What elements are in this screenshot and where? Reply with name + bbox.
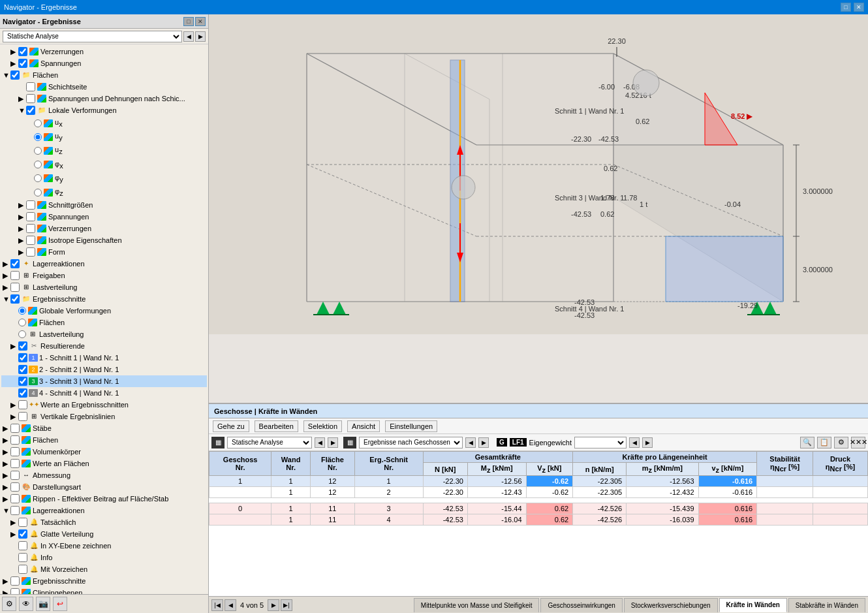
arrow-resultierende[interactable]: ▶	[10, 341, 18, 351]
check-schnitt1[interactable]	[18, 353, 27, 362]
tree-item-ergebnisschnitte2[interactable]: ▶ Ergebnisschnitte	[1, 575, 207, 587]
check-lokale-verf[interactable]	[26, 106, 35, 115]
check-schichtseite[interactable]	[26, 82, 35, 91]
tree-item-resultierende[interactable]: ▶ ✂ Resultierende	[1, 340, 207, 352]
tree-item-clippingebenen[interactable]: ▶ Clippingebenen	[1, 587, 207, 594]
check-schnitt3[interactable]	[18, 377, 27, 386]
tree-item-rippen[interactable]: ▶ Rippen - Effektiver Beitrag auf Fläche…	[1, 493, 207, 505]
filter-icon-btn3[interactable]: ⚙	[834, 437, 848, 448]
check-mit-vorzeichen[interactable]	[18, 565, 27, 574]
bottom-btn-settings[interactable]: ⚙	[2, 597, 16, 611]
arrow-lastverteilung[interactable]: ▶	[3, 282, 10, 292]
analysis-dropdown[interactable]: Statische Analyse	[3, 31, 182, 42]
panel-resize-button[interactable]: □	[183, 17, 194, 26]
check-freigaben[interactable]	[10, 271, 20, 280]
arrow-werte-an[interactable]: ▶	[10, 400, 18, 410]
arrow-tatsachlich[interactable]: ▶	[10, 517, 18, 527]
tree-item-phiy[interactable]: φy	[1, 172, 207, 185]
check-werte-an[interactable]	[18, 400, 27, 409]
tree-item-uz[interactable]: uz	[1, 144, 207, 157]
tab-geschosseinwirkungen[interactable]: Geschosseinwirkungen	[540, 598, 622, 612]
bottom-btn-eye[interactable]: 👁	[19, 597, 33, 611]
arrow-ergebnisschnitte2[interactable]: ▶	[3, 576, 10, 586]
radio-phiz[interactable]	[34, 189, 42, 196]
check-darstellungsart[interactable]	[10, 482, 20, 492]
arrow-ergebnisschnitte[interactable]: ▼	[3, 294, 10, 304]
status-prev-btn[interactable]: ◀	[225, 599, 236, 611]
check-schnittgrossen[interactable]	[26, 200, 35, 210]
arrow-isotrope[interactable]: ▶	[18, 235, 26, 245]
tree-item-flachen3[interactable]: ▶ Flächen	[1, 434, 207, 446]
arrow-vertikale[interactable]: ▶	[10, 411, 18, 422]
radio-ux[interactable]	[34, 119, 42, 127]
radio-uz[interactable]	[34, 147, 42, 155]
arrow-lokale-verf[interactable]: ▼	[18, 105, 26, 116]
tree-item-schnitt3[interactable]: 3 3 - Schnitt 3 | Wand Nr. 1	[1, 375, 207, 387]
check-lagerreaktionen[interactable]	[10, 259, 20, 268]
tree-item-darstellungsart[interactable]: ▶ 🎨 Darstellungsart	[1, 481, 207, 493]
lf-next[interactable]: ▶	[642, 437, 653, 448]
tree-item-schnittgrossen[interactable]: ▶ Schnittgrößen	[1, 199, 207, 211]
nav-prev-button[interactable]: ◀	[183, 31, 194, 42]
tree-item-phiz[interactable]: φz	[1, 185, 207, 199]
bottom-btn-back[interactable]: ↩	[53, 597, 67, 611]
radio-uy[interactable]	[34, 133, 42, 141]
filter1-next[interactable]: ▶	[328, 437, 338, 448]
arrow-lagerreaktionen2[interactable]: ▼	[3, 505, 10, 516]
nav-next-button[interactable]: ▶	[195, 31, 206, 42]
check-in-xy[interactable]	[18, 541, 27, 550]
check-spannungen-fl[interactable]	[26, 212, 35, 221]
check-lagerreaktionen2[interactable]	[10, 506, 20, 515]
toolbar-ansicht[interactable]: Ansicht	[347, 420, 380, 432]
arrow-glatte[interactable]: ▶	[10, 529, 18, 539]
arrow-freigaben[interactable]: ▶	[3, 270, 10, 281]
filter1-select[interactable]: Statische Analyse	[227, 437, 312, 448]
tree-item-in-xy[interactable]: 🔔 In XY-Ebene zeichnen	[1, 540, 207, 552]
tree-item-volum[interactable]: ▶ Volumenkörper	[1, 446, 207, 458]
tree-item-info[interactable]: 🔔 Info	[1, 552, 207, 563]
filter-icon-btn4[interactable]: ✕✕✕	[851, 437, 865, 448]
status-next-btn[interactable]: ▶	[268, 599, 279, 611]
check-volum[interactable]	[10, 447, 20, 456]
check-stabe[interactable]	[10, 424, 20, 433]
tab-stockwerksverschiebungen[interactable]: Stockwerksverschiebungen	[624, 598, 718, 612]
radio-globale-verf[interactable]	[18, 307, 26, 315]
check-form[interactable]	[26, 247, 35, 257]
arrow-darstellungsart[interactable]: ▶	[3, 482, 10, 492]
tree-item-verzerrungen-fl[interactable]: ▶ Verzerrungen	[1, 223, 207, 234]
check-spannungen[interactable]	[18, 59, 27, 68]
check-schnitt2[interactable]	[18, 365, 27, 374]
tree-item-globale-verf[interactable]: Globale Verformungen	[1, 305, 207, 317]
check-schnitt4[interactable]	[18, 388, 27, 398]
arrow-form[interactable]: ▶	[18, 247, 26, 257]
tree-item-vertikale[interactable]: ▶ ⊞ Vertikale Ergebnislinien	[1, 411, 207, 422]
tab-mittelpunkte[interactable]: Mittelpunkte von Masse und Steifigkeit	[414, 598, 540, 612]
tab-stabkrafte[interactable]: Stabkräfte in Wänden	[788, 598, 865, 612]
check-ergebnisschnitte2[interactable]	[10, 576, 20, 586]
arrow-rippen[interactable]: ▶	[3, 494, 10, 504]
tab-krafte-in-wanden[interactable]: Kräfte in Wänden	[719, 598, 787, 612]
check-vertikale[interactable]	[18, 412, 27, 421]
tree-item-form[interactable]: ▶ Form	[1, 246, 207, 258]
radio-lastverteilung[interactable]	[18, 330, 26, 338]
arrow-lagerreaktionen[interactable]: ▶	[3, 259, 10, 269]
check-ergebnisschnitte[interactable]	[10, 294, 20, 304]
lf-prev[interactable]: ◀	[629, 437, 640, 448]
arrow-werte-flachen[interactable]: ▶	[3, 458, 10, 469]
check-tatsachlich[interactable]	[18, 518, 27, 527]
toolbar-bearbeiten[interactable]: Bearbeiten	[255, 420, 298, 432]
check-abmessung[interactable]	[10, 471, 20, 480]
tree-item-phix[interactable]: φx	[1, 158, 207, 172]
tree-item-schnitt2[interactable]: 2 2 - Schnitt 2 | Wand Nr. 1	[1, 364, 207, 375]
check-resultierende[interactable]	[18, 341, 27, 351]
tree-item-ergebnisschnitte[interactable]: ▼ 📁 Ergebnisschnitte	[1, 293, 207, 305]
filter2-select[interactable]: Ergebnisse nach Geschossen	[359, 437, 463, 448]
tree-item-glatte[interactable]: ▶ 🔔 Glatte Verteilung	[1, 528, 207, 540]
tree-item-uy[interactable]: uy	[1, 130, 207, 144]
arrow-spannungen-fl[interactable]: ▶	[18, 212, 26, 222]
minimize-button[interactable]: □	[841, 3, 851, 12]
check-glatte[interactable]	[18, 529, 27, 539]
tree-item-spannungen-dehn[interactable]: ▶ Spannungen und Dehnungen nach Schic...	[1, 93, 207, 104]
tree-item-spannungen-fl[interactable]: ▶ Spannungen	[1, 211, 207, 223]
check-isotrope[interactable]	[26, 236, 35, 245]
